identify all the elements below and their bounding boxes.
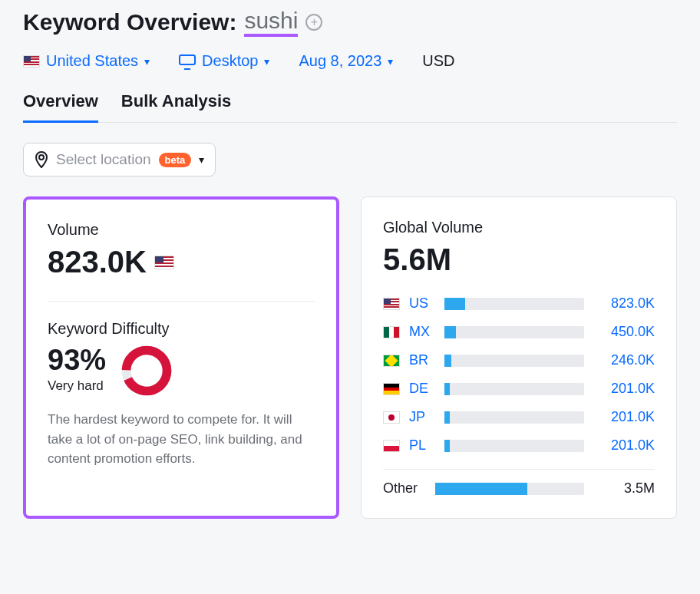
global-volume-row[interactable]: JP 201.0K bbox=[383, 409, 655, 425]
country-volume: 823.0K bbox=[593, 295, 655, 312]
chevron-down-icon: ▾ bbox=[199, 153, 204, 166]
country-code: PL bbox=[409, 437, 435, 454]
country-code: MX bbox=[409, 324, 435, 340]
flag-us-icon bbox=[23, 55, 40, 68]
location-pin-icon bbox=[35, 151, 48, 168]
kd-value: 93% bbox=[48, 344, 106, 377]
flag-jp-icon bbox=[383, 411, 400, 424]
volume-bar bbox=[435, 483, 584, 495]
kd-label: Keyword Difficulty bbox=[48, 320, 315, 338]
country-volume: 246.0K bbox=[593, 352, 655, 368]
filter-device[interactable]: Desktop ▾ bbox=[179, 52, 269, 70]
kd-level: Very hard bbox=[48, 378, 106, 394]
tab-bulk-analysis[interactable]: Bulk Analysis bbox=[121, 91, 231, 122]
global-volume-value: 5.6M bbox=[383, 243, 655, 277]
country-code: DE bbox=[409, 381, 435, 397]
tab-overview[interactable]: Overview bbox=[23, 91, 98, 122]
country-code: BR bbox=[409, 352, 435, 368]
chevron-down-icon: ▾ bbox=[144, 55, 150, 68]
card-volume-kd: Volume 823.0K Keyword Difficulty 93% Ver… bbox=[23, 196, 339, 519]
filter-currency: USD bbox=[422, 52, 454, 70]
global-volume-number: 5.6M bbox=[383, 243, 451, 277]
filter-currency-label: USD bbox=[422, 52, 454, 70]
flag-br-icon bbox=[383, 355, 400, 367]
card-global-volume: Global Volume 5.6M US 823.0K MX 450.0K B… bbox=[361, 196, 677, 519]
cards-row: Volume 823.0K Keyword Difficulty 93% Ver… bbox=[23, 196, 677, 519]
volume-bar bbox=[444, 383, 584, 395]
kd-text: 93% Very hard bbox=[48, 344, 106, 394]
global-volume-label: Global Volume bbox=[383, 219, 655, 236]
beta-badge: beta bbox=[159, 153, 192, 167]
global-volume-row[interactable]: BR 246.0K bbox=[383, 352, 655, 368]
country-code: JP bbox=[409, 409, 435, 425]
monitor-icon bbox=[179, 54, 196, 68]
page-title-keyword: sushi bbox=[244, 8, 298, 37]
volume-value: 823.0K bbox=[48, 245, 315, 279]
filter-date[interactable]: Aug 8, 2023 ▾ bbox=[299, 52, 393, 70]
flag-us-icon bbox=[154, 256, 174, 269]
tabs: Overview Bulk Analysis bbox=[23, 91, 677, 123]
global-volume-row[interactable]: DE 201.0K bbox=[383, 381, 655, 397]
global-volume-other-row: Other 3.5M bbox=[383, 469, 655, 497]
country-volume: 201.0K bbox=[593, 409, 655, 425]
global-volume-row[interactable]: MX 450.0K bbox=[383, 324, 655, 340]
select-location-placeholder: Select location bbox=[56, 151, 151, 168]
chevron-down-icon: ▾ bbox=[388, 55, 393, 68]
volume-number: 823.0K bbox=[48, 245, 147, 279]
volume-bar bbox=[444, 411, 584, 424]
kd-donut-icon bbox=[120, 344, 173, 398]
other-label: Other bbox=[383, 480, 426, 497]
country-code: US bbox=[409, 295, 435, 312]
kd-row: 93% Very hard bbox=[48, 344, 315, 398]
divider bbox=[48, 301, 315, 302]
volume-bar bbox=[444, 326, 584, 338]
kd-description: The hardest keyword to compete for. It w… bbox=[48, 410, 315, 469]
global-volume-list: US 823.0K MX 450.0K BR 246.0K DE 201.0K … bbox=[383, 295, 655, 497]
country-volume: 450.0K bbox=[593, 324, 655, 340]
flag-mx-icon bbox=[383, 326, 400, 338]
flag-pl-icon bbox=[383, 440, 400, 452]
volume-label: Volume bbox=[48, 221, 315, 239]
filter-country-label: United States bbox=[46, 52, 138, 70]
global-volume-row[interactable]: PL 201.0K bbox=[383, 437, 655, 454]
filter-date-label: Aug 8, 2023 bbox=[299, 52, 381, 70]
svg-point-2 bbox=[127, 350, 167, 391]
volume-bar bbox=[444, 440, 584, 452]
page-title-row: Keyword Overview: sushi + bbox=[23, 8, 677, 37]
other-volume: 3.5M bbox=[593, 480, 655, 497]
add-keyword-icon[interactable]: + bbox=[305, 14, 322, 31]
volume-bar bbox=[444, 298, 584, 310]
flag-us-icon bbox=[383, 298, 400, 310]
country-volume: 201.0K bbox=[593, 381, 655, 397]
filter-row: United States ▾ Desktop ▾ Aug 8, 2023 ▾ … bbox=[23, 52, 677, 70]
volume-bar bbox=[444, 355, 584, 367]
global-volume-row[interactable]: US 823.0K bbox=[383, 295, 655, 312]
filter-country[interactable]: United States ▾ bbox=[23, 52, 150, 70]
flag-de-icon bbox=[383, 383, 400, 395]
chevron-down-icon: ▾ bbox=[264, 55, 269, 68]
svg-point-0 bbox=[39, 155, 44, 160]
country-volume: 201.0K bbox=[593, 437, 655, 454]
page-title-label: Keyword Overview: bbox=[23, 9, 236, 35]
select-location[interactable]: Select location beta ▾ bbox=[23, 143, 216, 177]
filter-device-label: Desktop bbox=[202, 52, 258, 70]
